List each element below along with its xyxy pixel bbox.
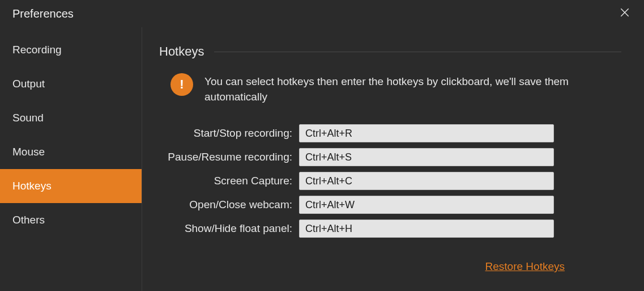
title-bar: Preferences	[0, 0, 644, 27]
sidebar-item-mouse[interactable]: Mouse	[0, 135, 142, 169]
hotkey-label: Pause/Resume recording:	[159, 151, 292, 163]
sidebar-item-label: Hotkeys	[12, 180, 52, 192]
hotkey-input-float-panel[interactable]	[299, 220, 554, 238]
hotkey-row-start-stop: Start/Stop recording:	[159, 124, 621, 142]
close-icon	[619, 7, 630, 20]
hotkey-label: Open/Close webcam:	[159, 199, 292, 211]
hotkey-row-float-panel: Show/Hide float panel:	[159, 220, 621, 238]
hotkey-label: Screen Capture:	[159, 175, 292, 187]
sidebar-item-label: Sound	[12, 112, 44, 124]
sidebar-item-label: Recording	[12, 44, 62, 56]
hotkey-input-pause-resume[interactable]	[299, 148, 554, 166]
sidebar-item-recording[interactable]: Recording	[0, 33, 142, 67]
restore-hotkeys-link[interactable]: Restore Hotkeys	[485, 260, 565, 273]
sidebar-item-sound[interactable]: Sound	[0, 101, 142, 135]
sidebar-item-label: Others	[12, 214, 45, 226]
info-banner: ! You can select hotkeys then enter the …	[170, 73, 621, 104]
window-body: Recording Output Sound Mouse Hotkeys Oth…	[0, 27, 644, 291]
close-button[interactable]	[616, 5, 634, 23]
section-divider	[214, 52, 621, 52]
content-panel: Hotkeys ! You can select hotkeys then en…	[142, 27, 644, 291]
hotkey-input-webcam[interactable]	[299, 196, 554, 214]
sidebar-item-hotkeys[interactable]: Hotkeys	[0, 169, 142, 203]
hotkey-label: Start/Stop recording:	[159, 127, 292, 140]
hotkey-row-pause-resume: Pause/Resume recording:	[159, 148, 621, 166]
info-text: You can select hotkeys then enter the ho…	[204, 73, 621, 104]
sidebar-item-others[interactable]: Others	[0, 203, 142, 237]
sidebar-item-output[interactable]: Output	[0, 67, 142, 101]
hotkey-label: Show/Hide float panel:	[159, 222, 292, 235]
section-title: Hotkeys	[159, 44, 214, 59]
hotkey-row-screen-capture: Screen Capture:	[159, 172, 621, 190]
exclamation-icon: !	[170, 73, 193, 96]
hotkey-list: Start/Stop recording: Pause/Resume recor…	[159, 124, 621, 238]
preferences-window: Preferences Recording Output Sound Mouse	[0, 0, 644, 291]
sidebar-item-label: Mouse	[12, 146, 45, 158]
section-header: Hotkeys	[159, 44, 621, 59]
sidebar-item-label: Output	[12, 78, 45, 90]
window-title: Preferences	[12, 7, 74, 20]
sidebar: Recording Output Sound Mouse Hotkeys Oth…	[0, 27, 142, 291]
hotkey-input-screen-capture[interactable]	[299, 172, 554, 190]
hotkey-input-start-stop[interactable]	[299, 124, 554, 142]
hotkey-row-webcam: Open/Close webcam:	[159, 196, 621, 214]
restore-row: Restore Hotkeys	[159, 260, 621, 273]
